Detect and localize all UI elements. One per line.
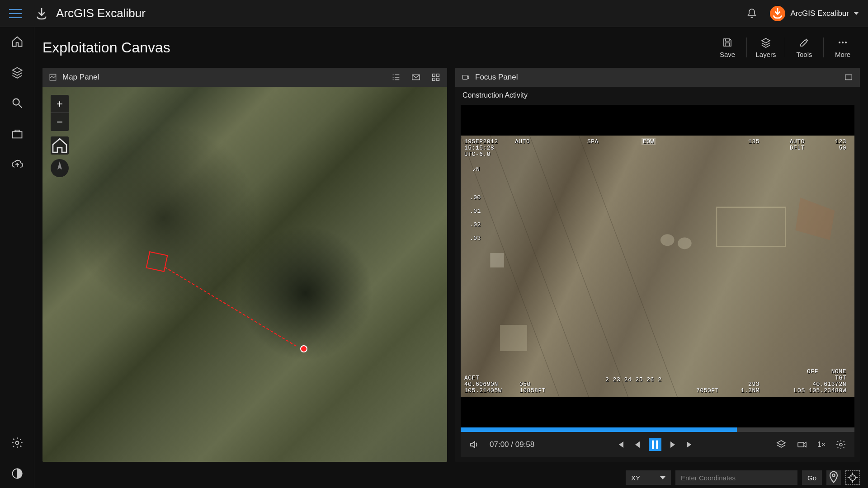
cloud-upload-icon[interactable] xyxy=(11,158,24,171)
zoom-in-button[interactable]: + xyxy=(51,95,69,113)
save-icon xyxy=(722,37,733,48)
hud-135: 135 xyxy=(748,138,760,145)
contrast-icon[interactable] xyxy=(11,467,24,480)
svg-point-19 xyxy=(660,234,674,246)
sensor-line-marker xyxy=(164,267,296,347)
user-avatar-icon xyxy=(770,6,785,21)
notifications-icon[interactable] xyxy=(746,8,757,19)
map-panel-header: Map Panel xyxy=(42,68,447,87)
chevron-down-icon xyxy=(660,476,665,479)
video-subject-label: Construction Activity xyxy=(462,91,853,99)
hud-los: LOS 105.23480W xyxy=(794,387,846,394)
hud-acft: ACFT xyxy=(464,375,479,381)
svg-rect-25 xyxy=(652,441,654,449)
volume-icon[interactable] xyxy=(469,439,480,450)
skip-forward-icon[interactable] xyxy=(685,439,696,450)
hud-scale: 2 23 24 25 26 2 xyxy=(605,376,662,383)
save-button[interactable]: Save xyxy=(710,32,745,63)
playback-speed-label[interactable]: 1× xyxy=(817,441,826,449)
hud-m01: .01 xyxy=(470,208,481,215)
more-button[interactable]: More xyxy=(826,32,860,63)
hud-123: 123 xyxy=(835,138,846,145)
app-logo-icon xyxy=(34,6,49,21)
hud-050: 050 xyxy=(519,381,531,388)
search-icon[interactable] xyxy=(11,97,24,109)
go-button[interactable]: Go xyxy=(802,470,822,485)
hud-none: NONE xyxy=(831,368,846,375)
svg-rect-1 xyxy=(12,131,22,138)
left-nav-rail xyxy=(0,27,34,488)
video-controls: 07:00 / 09:58 1× xyxy=(461,432,854,457)
bottom-bar: XY Go xyxy=(34,467,868,488)
more-icon xyxy=(837,37,848,48)
list-view-icon[interactable] xyxy=(391,72,401,82)
svg-point-2 xyxy=(15,441,19,445)
svg-rect-12 xyxy=(437,78,439,81)
video-settings-icon[interactable] xyxy=(835,439,846,450)
svg-rect-9 xyxy=(433,74,435,77)
app-title: ArcGIS Excalibur xyxy=(56,6,146,20)
grid-icon[interactable] xyxy=(431,72,441,82)
sensor-position-marker[interactable] xyxy=(300,345,307,352)
hud-date: 19SEP2012 xyxy=(464,138,498,145)
hud-m02: .02 xyxy=(470,221,481,228)
zoom-out-button[interactable]: − xyxy=(51,113,69,131)
app-header: ArcGIS Excalibur ArcGIS Excalibur xyxy=(0,0,868,27)
step-forward-icon[interactable] xyxy=(668,439,679,450)
camera-icon[interactable] xyxy=(797,439,807,450)
locate-pin-icon[interactable] xyxy=(826,470,841,485)
hud-auto1: AUTO xyxy=(515,138,530,145)
compass-icon[interactable] xyxy=(51,159,69,177)
map-canvas[interactable]: + − xyxy=(42,87,447,462)
svg-rect-26 xyxy=(656,441,658,449)
svg-line-24 xyxy=(579,136,677,397)
hud-10858ft: 10858FT xyxy=(519,387,546,394)
coordinate-type-dropdown[interactable]: XY xyxy=(626,470,671,485)
tools-button[interactable]: Tools xyxy=(787,32,821,63)
svg-point-0 xyxy=(13,99,19,105)
target-footprint-marker[interactable] xyxy=(146,251,168,272)
hud-spa: SPA xyxy=(587,138,599,145)
hud-nm: 1.2NM xyxy=(741,387,760,394)
map-home-button[interactable] xyxy=(51,136,69,155)
svg-rect-17 xyxy=(500,325,527,351)
hud-off: OFF xyxy=(807,368,818,375)
svg-rect-15 xyxy=(717,207,785,247)
envelope-icon[interactable] xyxy=(411,72,421,82)
briefcase-icon[interactable] xyxy=(11,127,24,140)
chevron-down-icon xyxy=(854,12,859,15)
hud-lat2: 40.61372N xyxy=(812,381,846,388)
hud-dflt: DFLT xyxy=(790,145,805,151)
page-title: Exploitation Canvas xyxy=(42,39,170,56)
hud-50: 50 xyxy=(839,145,846,151)
svg-point-5 xyxy=(842,42,844,43)
focus-panel-icon xyxy=(462,73,470,81)
coordinate-input[interactable] xyxy=(675,470,797,485)
video-progress-bar[interactable] xyxy=(461,427,854,432)
hud-7050ft: 7050FT xyxy=(696,387,719,394)
focus-panel-header: Focus Panel xyxy=(455,68,860,87)
pause-button[interactable] xyxy=(649,438,661,451)
skip-back-icon[interactable] xyxy=(614,439,625,450)
crosshair-icon[interactable] xyxy=(845,470,860,485)
layers-button[interactable]: Layers xyxy=(749,32,783,63)
hud-m00: .00 xyxy=(470,194,481,201)
svg-point-6 xyxy=(845,42,847,43)
video-viewport[interactable]: 19SEP2012 15:15:28 UTC-6.0 AUTO SPA EOW … xyxy=(461,105,854,427)
main-area: Exploitation Canvas Save Layers Tools xyxy=(34,27,868,488)
hud-auto2: AUTO xyxy=(790,138,805,145)
maximize-icon[interactable] xyxy=(844,72,854,82)
svg-point-28 xyxy=(840,443,842,446)
map-panel: Map Panel + − xyxy=(42,68,447,462)
svg-rect-11 xyxy=(433,78,435,81)
svg-rect-27 xyxy=(798,442,804,447)
user-menu[interactable]: ArcGIS Excalibur xyxy=(770,6,859,21)
menu-icon[interactable] xyxy=(9,9,22,18)
settings-icon[interactable] xyxy=(11,436,24,449)
layers-icon[interactable] xyxy=(11,66,24,79)
video-layers-icon[interactable] xyxy=(776,439,787,450)
home-icon[interactable] xyxy=(11,35,24,48)
svg-marker-16 xyxy=(795,197,835,240)
step-back-icon[interactable] xyxy=(632,439,642,450)
svg-point-29 xyxy=(832,474,835,476)
